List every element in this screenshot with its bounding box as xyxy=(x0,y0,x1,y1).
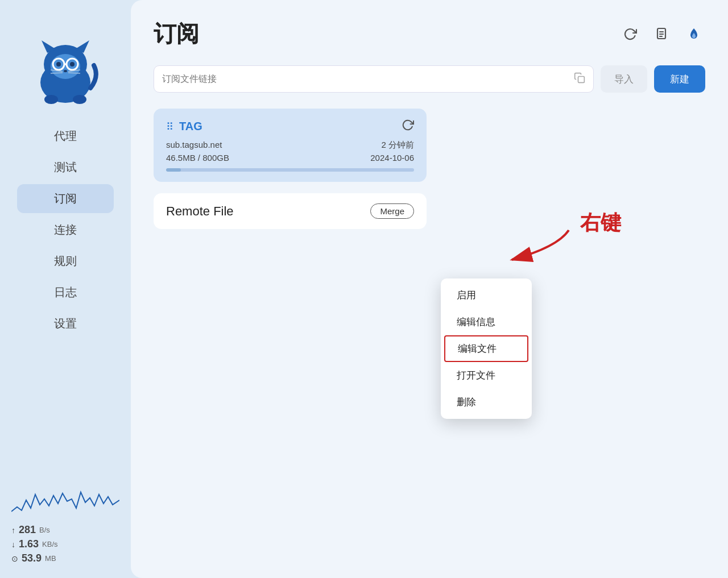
svg-point-10 xyxy=(70,62,75,66)
sidebar-nav: 代理 测试 订阅 连接 规则 日志 设置 xyxy=(0,122,131,476)
app-logo xyxy=(28,34,102,108)
context-menu: 启用 编辑信息 编辑文件 打开文件 删除 xyxy=(441,278,532,419)
subscription-date: 2024-10-06 xyxy=(290,153,414,163)
search-input[interactable] xyxy=(162,74,574,84)
sidebar-item-test[interactable]: 测试 xyxy=(17,153,114,182)
subscription-url: sub.tagsub.net xyxy=(166,140,290,151)
document-header-button[interactable] xyxy=(651,23,673,45)
subscription-card-header: ⠿ TAG xyxy=(166,119,414,134)
svg-rect-22 xyxy=(578,76,585,82)
copy-icon[interactable] xyxy=(574,72,585,86)
svg-line-13 xyxy=(51,73,63,73)
network-sparkline xyxy=(11,483,119,517)
context-menu-enable[interactable]: 启用 xyxy=(441,282,532,309)
upload-value: 281 xyxy=(19,524,36,536)
search-input-wrap[interactable] xyxy=(154,65,594,93)
memory-unit: MB xyxy=(45,554,56,563)
sidebar-item-log[interactable]: 日志 xyxy=(17,278,114,307)
svg-point-11 xyxy=(64,70,67,72)
subscription-progress-bar xyxy=(166,168,414,172)
page-title: 订阅 xyxy=(154,18,199,49)
context-menu-edit-info[interactable]: 编辑信息 xyxy=(441,309,532,335)
sidebar-item-proxy[interactable]: 代理 xyxy=(17,122,114,151)
remote-file-card[interactable]: Remote File Merge xyxy=(154,193,427,229)
context-menu-edit-file[interactable]: 编辑文件 xyxy=(444,335,528,362)
download-stat: ↓ 1.63 KB/s xyxy=(11,538,119,550)
context-menu-delete[interactable]: 删除 xyxy=(441,389,532,415)
main-content: 订阅 xyxy=(131,0,728,578)
memory-icon: ⊙ xyxy=(11,554,18,563)
network-stats: ↑ 281 B/s ↓ 1.63 KB/s ⊙ 53.9 MB xyxy=(0,476,131,578)
memory-value: 53.9 xyxy=(22,552,42,564)
flame-header-button[interactable] xyxy=(682,23,705,45)
sidebar: 代理 测试 订阅 连接 规则 日志 设置 ↑ 281 B/s ↓ 1.63 KB… xyxy=(0,0,131,578)
subscription-progress-fill xyxy=(166,168,181,172)
svg-point-5 xyxy=(51,54,80,79)
svg-point-16 xyxy=(44,95,58,104)
remote-file-name: Remote File xyxy=(166,204,234,219)
subscription-name: TAG xyxy=(179,120,202,133)
subscription-refresh-icon[interactable] xyxy=(402,119,414,134)
new-button[interactable]: 新建 xyxy=(654,65,705,93)
right-click-label: 右键 xyxy=(580,211,621,234)
sidebar-item-connect[interactable]: 连接 xyxy=(17,215,114,244)
upload-arrow-icon: ↑ xyxy=(11,526,15,535)
refresh-header-button[interactable] xyxy=(619,23,642,45)
upload-stat: ↑ 281 B/s xyxy=(11,524,119,536)
upload-unit: B/s xyxy=(39,526,50,534)
subscription-time: 2 分钟前 xyxy=(290,140,414,151)
svg-point-17 xyxy=(73,95,86,104)
annotation-label: 右键 xyxy=(580,209,621,237)
grid-icon: ⠿ xyxy=(166,120,173,133)
import-button[interactable]: 导入 xyxy=(601,65,647,93)
header-actions xyxy=(619,23,705,45)
download-value: 1.63 xyxy=(19,538,39,550)
svg-line-15 xyxy=(68,73,80,73)
subscription-card[interactable]: ⠿ TAG sub.tagsub.net 2 分钟前 46.5MB / 800G… xyxy=(154,109,427,182)
annotation-arrow xyxy=(466,219,592,276)
search-bar: 导入 新建 xyxy=(154,65,705,93)
download-arrow-icon: ↓ xyxy=(11,540,15,549)
sidebar-item-settings[interactable]: 设置 xyxy=(17,309,114,338)
subscription-info: sub.tagsub.net 2 分钟前 46.5MB / 800GB 2024… xyxy=(166,140,414,163)
context-menu-open-file[interactable]: 打开文件 xyxy=(441,362,532,389)
main-header: 订阅 xyxy=(154,18,705,49)
sidebar-item-rules[interactable]: 规则 xyxy=(17,247,114,276)
merge-badge[interactable]: Merge xyxy=(370,203,414,219)
subscription-usage: 46.5MB / 800GB xyxy=(166,153,290,163)
subscription-title-row: ⠿ TAG xyxy=(166,120,202,133)
memory-stat: ⊙ 53.9 MB xyxy=(11,552,119,564)
svg-point-9 xyxy=(56,62,61,66)
download-unit: KB/s xyxy=(42,540,57,548)
sidebar-item-subscribe[interactable]: 订阅 xyxy=(17,184,114,213)
